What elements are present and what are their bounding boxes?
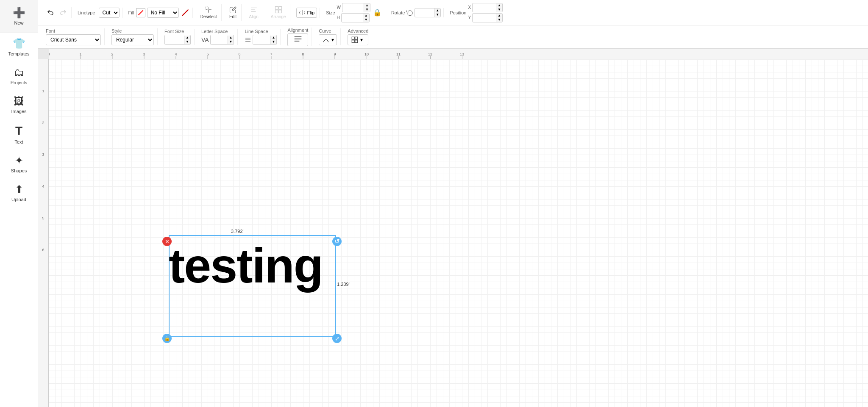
sidebar-item-shapes-label: Shapes [11,168,27,173]
text-content-display[interactable]: testing [169,241,323,290]
shapes-icon: ✦ [15,155,23,166]
x-down-button[interactable]: ▼ [496,8,502,12]
y-down-button[interactable]: ▼ [496,18,502,22]
sidebar-item-images[interactable]: 🖼 Images [0,90,38,119]
height-dimension-label: 1.239" [337,282,350,287]
font-group: Font Cricut Sans [42,28,105,45]
y-input[interactable]: 4.639 [473,14,496,22]
height-input-wrap: 1.239 ▲ ▼ [341,13,370,22]
sidebar-item-new[interactable]: ➕ New [0,0,38,33]
letter-space-icon: VA [201,36,209,43]
style-group: Style Regular [108,28,158,45]
advanced-button[interactable]: ▾ [348,34,368,45]
sidebar-item-upload[interactable]: ⬆ Upload [0,178,38,207]
sidebar-item-text[interactable]: T Text [0,119,38,150]
handle-lock[interactable]: 🔒 [162,334,172,343]
sidebar: ➕ New 👕 Templates 🗂 Projects 🖼 Images T … [0,0,38,407]
sidebar-item-templates[interactable]: 👕 Templates [0,33,38,61]
fill-label: Fill [128,10,134,15]
sidebar-item-text-label: Text [14,139,23,144]
edit-label: Edit [229,14,236,19]
ruler-h-tick-9: 9 [334,52,336,59]
w-label: W [337,5,341,10]
font-select[interactable]: Cricut Sans [46,34,101,45]
letter-space-input[interactable]: 1.2 [211,35,228,44]
ruler-horizontal: 012345678910111213 [49,49,868,59]
line-space-down-button[interactable]: ▼ [270,40,276,44]
height-up-button[interactable]: ▲ [363,14,369,18]
width-input-wrap: 3.792 ▲ ▼ [342,3,370,12]
y-up-button[interactable]: ▲ [496,14,502,18]
line-space-up-button[interactable]: ▲ [270,36,276,40]
letter-space-up-button[interactable]: ▲ [228,36,234,40]
redo-button[interactable] [58,7,69,18]
curve-button[interactable]: ▾ [319,34,337,45]
sidebar-item-projects[interactable]: 🗂 Projects [0,61,38,90]
svg-rect-20 [355,40,358,43]
x-up-button[interactable]: ▲ [496,3,502,8]
ruler-h-tick-7: 7 [270,52,272,59]
letter-space-down-button[interactable]: ▼ [228,40,234,44]
handle-delete[interactable]: ✕ [162,237,172,246]
undo-redo-group [42,7,72,18]
canvas-grid[interactable]: testing 3.792" 1.239" ✕ ↺ 🔒 ⤢ [49,59,868,407]
rotate-input[interactable]: 0 [415,9,434,17]
rotate-label: Rotate [391,10,405,15]
edit-button[interactable]: Edit [228,4,239,21]
text-object[interactable]: testing [169,241,323,290]
style-select[interactable]: Regular [111,34,154,45]
alignment-button[interactable] [287,33,308,46]
rotate-up-button[interactable]: ▲ [434,8,440,13]
undo-button[interactable] [45,7,56,18]
font-size-up-button[interactable]: ▲ [184,36,190,40]
linetype-select[interactable]: Cut [99,8,120,18]
height-input[interactable]: 1.239 [342,14,363,22]
width-up-button[interactable]: ▲ [364,3,370,8]
align-button[interactable]: Align [248,4,260,21]
canvas-area: 012345678910111213 123456 testing 3.792"… [38,49,868,407]
align-label: Align [249,14,259,19]
position-group: Position X 2.785 ▲ ▼ Y 4.639 ▲ [447,3,505,22]
deselect-button[interactable]: Deselect [199,4,219,21]
ruler-v-tick-3: 3 [38,152,48,157]
font-size-input[interactable]: 72 [165,35,184,44]
height-down-button[interactable]: ▼ [363,18,369,22]
ruler-v-tick-2: 2 [38,121,48,125]
alignment-label: Alignment [287,28,308,33]
fill-select[interactable]: No Fill [147,8,179,18]
deselect-group: Deselect [196,4,222,21]
font-size-down-button[interactable]: ▼ [184,40,190,44]
width-down-button[interactable]: ▼ [364,8,370,12]
edit-group: Edit [225,4,242,21]
flip-button[interactable]: Flip [296,8,317,18]
x-spin-arrows: ▲ ▼ [496,3,502,12]
svg-rect-8 [278,7,281,10]
svg-rect-19 [352,40,355,43]
fill-color-swatch[interactable] [136,8,145,17]
sidebar-item-shapes[interactable]: ✦ Shapes [0,150,38,178]
lock-aspect-icon[interactable]: 🔒 [372,8,382,17]
width-input[interactable]: 3.792 [342,4,364,11]
sidebar-item-new-label: New [14,20,23,25]
handle-rotate[interactable]: ↺ [332,237,342,246]
new-icon: ➕ [13,7,25,19]
flip-group: Flip [294,8,320,18]
scale-handle-icon: ⤢ [335,335,339,342]
curve-label: Curve [319,28,337,33]
line-space-group: Line Space 1.2 ▲ ▼ [241,29,281,45]
svg-rect-17 [352,37,355,39]
arrange-group: Arrange [267,4,291,21]
ruler-h-tick-3: 3 [143,52,145,59]
line-space-input[interactable]: 1.2 [253,35,270,44]
handle-scale[interactable]: ⤢ [332,334,342,343]
x-input[interactable]: 2.785 [473,4,496,11]
arrange-button[interactable]: Arrange [269,4,288,21]
width-spin-arrows: ▲ ▼ [364,3,370,12]
text-icon: T [15,124,22,138]
rotate-down-button[interactable]: ▼ [434,13,440,17]
delete-icon: ✕ [165,238,170,245]
images-icon: 🖼 [14,95,24,107]
letter-space-group: Letter Space VA 1.2 ▲ ▼ [198,29,238,45]
ruler-v-tick-6: 6 [38,248,48,252]
ruler-v-inner: 123456 [38,59,48,407]
